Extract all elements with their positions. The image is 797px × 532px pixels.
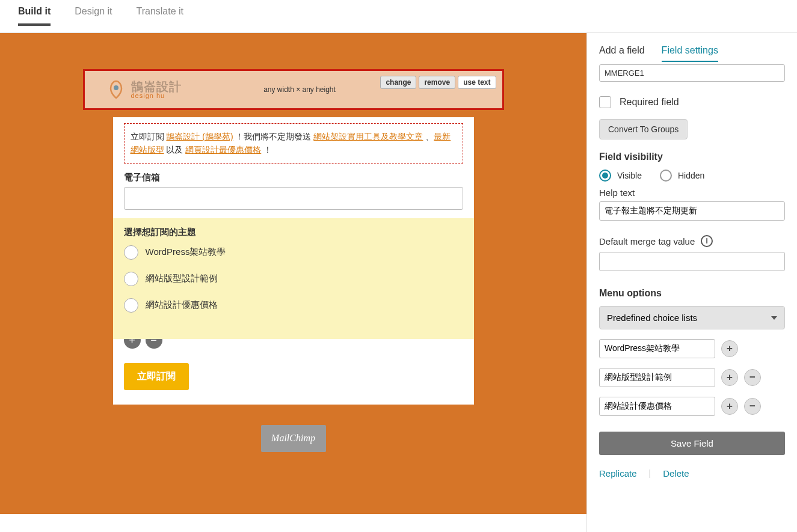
topics-field-block[interactable]: 選擇想訂閱的主題 WordPress架站教學 網站版型設計範例 網站設計優惠價格 [113,218,474,339]
intro-text-block[interactable]: 立即訂閱 鵠崙設計 (鵠學苑) ！我們將不定期發送 網站架設實用工具及教學文章 … [124,123,463,164]
topic-text: WordPress架站教學 [146,246,226,258]
add-option-icon[interactable]: + [721,340,738,357]
canvas-area: change remove use text 鵠崙設計 design hu [0,33,586,532]
intro-link-4[interactable]: 網頁設計最優惠價格 [185,145,261,154]
intro-link-1[interactable]: 鵠崙設計 (鵠學苑) [166,132,233,141]
tab-design-it[interactable]: Design it [75,6,112,25]
chevron-down-icon [771,316,777,320]
radio-icon[interactable] [124,298,138,313]
intro-link-2[interactable]: 網站架設實用工具及教學文章 [313,132,423,141]
intro-text: 立即訂閱 [131,132,167,141]
visibility-visible[interactable]: Visible [599,170,642,182]
tab-add-field[interactable]: Add a field [599,45,645,62]
logo-icon [106,79,126,100]
option-row-1: + [599,339,785,358]
radio-icon[interactable] [124,272,138,286]
topic-option-1[interactable]: WordPress架站教學 [124,245,463,260]
tab-field-settings[interactable]: Field settings [662,45,718,62]
email-input[interactable] [124,187,463,210]
remove-option-icon[interactable]: − [744,369,761,386]
topic-option-3[interactable]: 網站設計優惠價格 [124,298,463,313]
add-option-icon[interactable]: + [721,398,738,415]
add-option-icon[interactable]: + [721,369,738,386]
remove-button[interactable]: remove [419,76,455,89]
option-input-1[interactable] [599,339,715,358]
option-row-2: + − [599,368,785,387]
form-card: 立即訂閱 鵠崙設計 (鵠學苑) ！我們將不定期發送 網站架設實用工具及教學文章 … [113,117,474,405]
topic-text: 網站版型設計範例 [146,273,218,284]
visibility-hidden[interactable]: Hidden [660,170,704,182]
logo-subtitle: design hu [131,93,182,99]
logo-title: 鵠崙設計 [131,81,182,93]
change-button[interactable]: change [380,76,416,89]
predefined-lists-dropdown[interactable]: Predefined choice lists [599,306,785,329]
default-merge-label: Default merge tag value [599,236,695,246]
menu-options-heading: Menu options [599,288,785,299]
email-label: 電子信箱 [124,172,463,183]
merge-tag-input[interactable] [599,64,785,82]
help-text-input[interactable] [599,201,785,221]
side-panel: Add a field Field settings Required fiel… [586,33,797,532]
visibility-heading: Field visibility [599,151,785,162]
top-tabs: Build it Design it Translate it [0,0,797,33]
email-field-block[interactable]: 電子信箱 [113,164,474,210]
radio-icon[interactable] [124,245,138,260]
checkbox-icon[interactable] [599,96,611,108]
radio-icon[interactable] [660,170,672,182]
help-text-label: Help text [599,188,785,198]
required-label: Required field [620,97,679,108]
topic-text: 網站設計優惠價格 [146,299,218,311]
tab-build-it[interactable]: Build it [18,6,51,25]
subscribe-button[interactable]: 立即訂閱 [124,363,189,390]
save-field-button[interactable]: Save Field [599,432,785,455]
convert-to-groups-button[interactable]: Convert To Groups [599,119,688,139]
default-merge-input[interactable] [599,252,785,271]
mailchimp-badge[interactable]: MailChimp [261,425,326,452]
radio-icon[interactable] [599,170,611,182]
logo: 鵠崙設計 design hu [106,79,182,100]
use-text-button[interactable]: use text [458,76,496,89]
replicate-link[interactable]: Replicate [599,468,637,478]
tab-translate-it[interactable]: Translate it [136,6,183,25]
header-image-block[interactable]: change remove use text 鵠崙設計 design hu [83,69,504,110]
info-icon[interactable]: i [701,235,713,247]
topics-label: 選擇想訂閱的主題 [124,227,463,238]
option-input-2[interactable] [599,368,715,387]
hidden-label: Hidden [678,171,704,180]
option-row-3: + − [599,397,785,416]
remove-option-icon[interactable]: − [744,398,761,415]
svg-point-0 [114,85,118,90]
required-checkbox-row[interactable]: Required field [599,96,785,108]
delete-link[interactable]: Delete [663,468,689,478]
option-input-3[interactable] [599,397,715,416]
visible-label: Visible [617,171,642,180]
dropdown-label: Predefined choice lists [607,313,697,323]
topic-option-2[interactable]: 網站版型設計範例 [124,272,463,286]
